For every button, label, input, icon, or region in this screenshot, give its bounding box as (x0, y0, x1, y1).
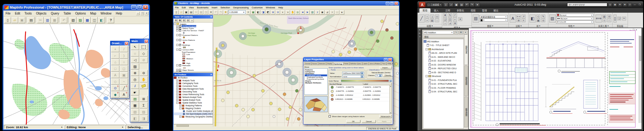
menu-customize[interactable]: Customize (250, 6, 264, 9)
menu-options[interactable]: Options (73, 11, 88, 16)
layer-checkbox[interactable] (179, 25, 181, 27)
hotlink-tool[interactable]: ☛ (131, 89, 139, 95)
toolbox-item[interactable]: −Spatial Statistics Tools (174, 101, 213, 104)
save-button[interactable]: ▣ (184, 10, 189, 15)
tab-selection[interactable]: Selection (318, 62, 326, 65)
lineweight-combo[interactable]: ByLayer▼ (556, 17, 593, 20)
copy-tool-icon[interactable]: ❏ (443, 17, 447, 21)
new-button[interactable]: ▯ (174, 10, 179, 15)
erase-tool-icon[interactable]: ✕ (458, 17, 462, 21)
tab-fields[interactable]: Fields (343, 62, 349, 65)
rectangle-tool[interactable]: □ (111, 66, 119, 72)
subscription-center-icon[interactable]: ◉ (613, 3, 617, 7)
value-combo[interactable]: GiZScore IDW F2007▼ (342, 72, 364, 74)
expand-icon[interactable]: + (176, 79, 178, 82)
layer-combo[interactable]: 0▼ (480, 19, 508, 22)
invert-selection-tool[interactable]: ▨ (131, 63, 139, 70)
print-button[interactable]: ▤ (189, 10, 193, 15)
toolbox-item[interactable]: +Analysis Tools (174, 79, 213, 82)
layer-checkbox[interactable] (179, 39, 181, 41)
sheet-item[interactable]: A-05 - SECTIONS AND D (424, 70, 463, 74)
expand-icon[interactable]: + (179, 104, 181, 107)
close-button[interactable]: ✕ (143, 5, 148, 10)
menu-tools[interactable]: Tools (22, 11, 34, 16)
horizontal-scrollbar[interactable] (173, 124, 213, 127)
scrollbar-thumb[interactable] (639, 36, 641, 61)
redistrict-button[interactable]: ◧ (98, 17, 105, 23)
ribbon-tab-parametric[interactable]: 参数化 (454, 8, 467, 13)
expand-icon[interactable]: + (176, 88, 178, 90)
quick-select-icon[interactable]: ▧ (602, 15, 606, 18)
expand-icon[interactable]: + (176, 93, 178, 95)
list-by-drawing-order-button[interactable]: ▤ (174, 19, 178, 22)
expand-icon[interactable]: + (176, 96, 178, 98)
assign-district-button[interactable]: ▨ (139, 109, 148, 115)
ribbon-tab-home[interactable]: 常用 (419, 8, 430, 13)
expand-icon[interactable]: + (179, 116, 181, 118)
collapse-icon[interactable]: − (176, 49, 178, 51)
set-base-point-icon[interactable]: ⊙ (541, 19, 545, 22)
point-style-icon[interactable]: ∴ (607, 19, 611, 22)
polyline-tool[interactable]: ⌐ (111, 53, 119, 59)
layer-checkbox[interactable] (179, 69, 181, 71)
object-color-combo[interactable]: ByLayer▼ (556, 14, 593, 17)
classes-combo[interactable]: 5▼ (376, 74, 382, 77)
menu-objects[interactable]: Objects (34, 11, 49, 16)
layer-checkbox[interactable] (179, 34, 181, 36)
sheet-item[interactable]: A-02 - ELEVATIONS (424, 59, 463, 63)
toolset-item[interactable]: +Analyzing Patterns (174, 104, 213, 107)
text-tool[interactable]: A (111, 72, 119, 78)
collapse-icon[interactable]: − (426, 48, 428, 50)
maximize-button[interactable]: ❐ (137, 5, 142, 10)
text-style-button[interactable]: A (120, 91, 128, 98)
sheet-item[interactable]: AS-01 - ARCH SITE PLAN (424, 51, 463, 55)
maximize-button[interactable]: ❐ (390, 2, 394, 5)
sheet-item[interactable]: S-03 - FLOOR FRAMING (424, 86, 463, 90)
line-tool-icon[interactable]: ╱ (418, 15, 425, 23)
cut-button[interactable]: ✂ (194, 10, 198, 15)
toolbox-item[interactable]: +Network Analyst Tools (174, 96, 213, 99)
class-row[interactable]: -7.626674 - -3.694779 -7.626674 - -3.694… (329, 85, 392, 89)
frame-tool[interactable]: ▣ (120, 72, 128, 78)
new-button[interactable]: ▯ (443, 2, 448, 7)
menu-insert[interactable]: Insert (210, 6, 219, 9)
utilities-panel-label[interactable]: 实用工具▾ (595, 24, 612, 27)
tab-symbology[interactable]: Symbology (333, 62, 343, 65)
toc-header[interactable]: Table Of Contents ✕ (173, 15, 213, 19)
select-tool[interactable]: ↖ (131, 44, 139, 50)
layer-item[interactable]: − Calls For Service - Feb07 (174, 29, 213, 32)
menu-query[interactable]: Query (49, 11, 61, 16)
new-table-button[interactable]: ▯ (4, 17, 11, 23)
ribbon-tab-view[interactable]: 视图 (467, 8, 479, 13)
ok-button[interactable]: OK (346, 120, 360, 123)
layer-item[interactable]: − Buildings (174, 44, 213, 46)
collapse-icon[interactable]: − (426, 75, 428, 77)
dimension-tool-icon[interactable]: ⟷ (517, 15, 521, 18)
rectangle-tool-icon[interactable]: ▭ (435, 15, 439, 18)
child-close-button[interactable]: ✕ (145, 12, 148, 15)
polygon-tool[interactable]: ⌂ (111, 59, 119, 65)
tab-time[interactable]: Time (381, 62, 386, 65)
arcmap-titlebar[interactable]: Clusters - ArcMap - ArcInfo — ❐ ✕ (173, 1, 399, 6)
copy-clip-icon[interactable]: ❏ (617, 17, 621, 20)
class-symbol[interactable] (331, 98, 334, 101)
show-item-multiple-attributes[interactable]: Multiple Attributes (305, 82, 327, 84)
layer-checkbox[interactable] (179, 44, 181, 46)
feature-values-checkbox[interactable] (329, 115, 331, 117)
drawing-canvas[interactable]: — ❐ ✕ (468, 28, 642, 129)
ssm-options-icon[interactable]: ▾ (463, 31, 467, 34)
reshape-tool[interactable]: ◇ (111, 78, 119, 85)
tab-display[interactable]: Display (326, 62, 333, 65)
ribbon-tab-manage[interactable]: 管理 (479, 8, 490, 13)
menu-edit[interactable]: Edit (13, 11, 22, 16)
dialog-titlebar[interactable]: Layer Properties ? ✕ (303, 57, 393, 61)
normalization-combo[interactable]: none▼ (342, 75, 364, 78)
class-symbol[interactable] (331, 86, 334, 89)
class-symbol[interactable] (331, 90, 334, 93)
arctoolbox-header[interactable]: ArcToolbox ✕ (173, 73, 213, 76)
main-toolbar-titlebar[interactable]: Main ✕ (130, 39, 149, 43)
ruler-tool[interactable]: ⊞ (139, 96, 148, 102)
identify-tool[interactable]: i (315, 10, 320, 15)
search-button[interactable]: ◨ (261, 10, 265, 15)
add-data-button[interactable]: ✚ (223, 10, 228, 15)
